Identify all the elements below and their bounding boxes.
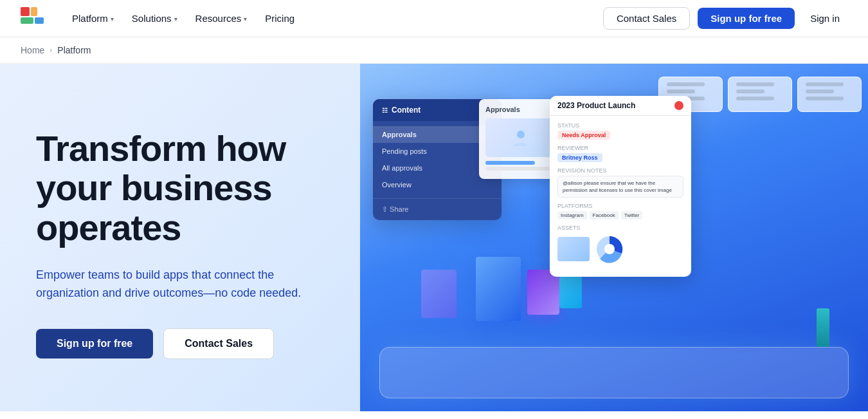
modal-body: Status Needs Approval Reviewer Britney R… xyxy=(550,116,691,277)
modal-status-label: Status xyxy=(557,122,683,129)
share-icon: ⇧ xyxy=(382,205,388,213)
svg-rect-2 xyxy=(21,17,33,24)
hero-illustration: ☷ Content Approvals Pending posts All ap… xyxy=(360,64,868,411)
chevron-icon: ▾ xyxy=(244,15,247,23)
svg-point-6 xyxy=(604,244,615,254)
nav-pricing[interactable]: Pricing xyxy=(257,9,302,28)
ui-card-2 xyxy=(728,77,792,112)
breadcrumb: Home › Platform xyxy=(0,37,868,64)
modal-notes-row: Revision Notes @allison please ensure th… xyxy=(557,167,683,198)
signup-nav-button[interactable]: Sign up for free xyxy=(698,8,795,29)
contact-sales-button[interactable]: Contact Sales xyxy=(603,7,690,30)
nav-items: Platform ▾ Solutions ▾ Resources ▾ Prici… xyxy=(64,9,603,28)
person-icon xyxy=(508,128,534,147)
modal-reviewer-field: Britney Ross xyxy=(557,153,683,162)
platform-base xyxy=(379,347,849,398)
reviewer-badge: Britney Ross xyxy=(557,153,602,162)
approvals-title: Approvals xyxy=(485,106,556,113)
svg-point-4 xyxy=(517,131,525,138)
logo[interactable] xyxy=(21,7,44,30)
modal-status-row: Status Needs Approval xyxy=(557,122,683,140)
hero-content: Transform how your business operates Emp… xyxy=(0,64,360,411)
hero-signup-button[interactable]: Sign up for free xyxy=(36,329,153,358)
chevron-icon: ▾ xyxy=(111,15,114,23)
logo-icon xyxy=(21,7,44,30)
approval-bar-accent xyxy=(485,161,535,165)
panel-footer: ⇧ Share xyxy=(373,198,502,220)
hero-section: Transform how your business operates Emp… xyxy=(0,64,868,411)
navbar: Platform ▾ Solutions ▾ Resources ▾ Prici… xyxy=(0,0,868,37)
modal-status-field: Needs Approval xyxy=(557,131,683,140)
nav-resources[interactable]: Resources ▾ xyxy=(188,9,255,28)
hero-contact-button[interactable]: Contact Sales xyxy=(163,328,274,359)
modal-platforms-list: Instagram Facebook Twitter xyxy=(557,211,683,219)
breadcrumb-separator: › xyxy=(50,46,52,55)
signin-button[interactable]: Sign in xyxy=(802,8,847,29)
modal-title: 2023 Product Launch xyxy=(557,101,635,110)
nav-platform[interactable]: Platform ▾ xyxy=(64,9,122,28)
modal-reviewer-label: Reviewer xyxy=(557,145,683,151)
modal-platforms-row: Platforms Instagram Facebook Twitter xyxy=(557,203,683,219)
chart-pie xyxy=(593,233,626,265)
product-launch-modal: 2023 Product Launch Status Needs Approva… xyxy=(550,96,691,277)
content-icon: ☷ xyxy=(382,107,388,114)
cube-cyan xyxy=(559,276,582,308)
modal-notes-text: @allison please ensure that we have the … xyxy=(557,176,683,198)
platform-facebook: Facebook xyxy=(590,211,619,219)
nav-right: Contact Sales Sign up for free Sign in xyxy=(603,7,847,30)
modal-assets-row: Assets xyxy=(557,225,683,265)
modal-assets-label: Assets xyxy=(557,225,683,231)
status-badge-needs-approval: Needs Approval xyxy=(557,131,610,140)
modal-header: 2023 Product Launch xyxy=(550,96,691,116)
nav-solutions[interactable]: Solutions ▾ xyxy=(124,9,185,28)
breadcrumb-home[interactable]: Home xyxy=(21,45,44,55)
svg-rect-3 xyxy=(35,17,44,24)
breadcrumb-current: Platform xyxy=(57,45,91,55)
hero-subtitle: Empower teams to build apps that connect… xyxy=(36,266,329,303)
modal-reviewer-row: Reviewer Britney Ross xyxy=(557,145,683,162)
approval-bar-gray xyxy=(485,167,556,171)
cube-purple xyxy=(421,270,457,318)
svg-rect-0 xyxy=(21,7,30,16)
modal-close-button[interactable] xyxy=(674,101,683,110)
hero-title: Transform how your business operates xyxy=(36,129,329,248)
modal-assets-list xyxy=(557,233,683,265)
asset-thumbnail xyxy=(557,237,590,261)
approval-image xyxy=(485,118,556,157)
hero-buttons: Sign up for free Contact Sales xyxy=(36,328,329,359)
ui-card-3 xyxy=(797,77,862,112)
panel-item-overview[interactable]: Overview xyxy=(373,176,502,193)
platform-twitter: Twitter xyxy=(621,211,643,219)
chevron-icon: ▾ xyxy=(174,15,177,23)
cube-blue-large xyxy=(476,257,521,321)
svg-rect-1 xyxy=(31,7,37,16)
modal-notes-label: Revision Notes xyxy=(557,167,683,174)
modal-platforms-label: Platforms xyxy=(557,203,683,209)
platform-instagram: Instagram xyxy=(557,211,587,219)
teal-decoration xyxy=(817,308,829,347)
